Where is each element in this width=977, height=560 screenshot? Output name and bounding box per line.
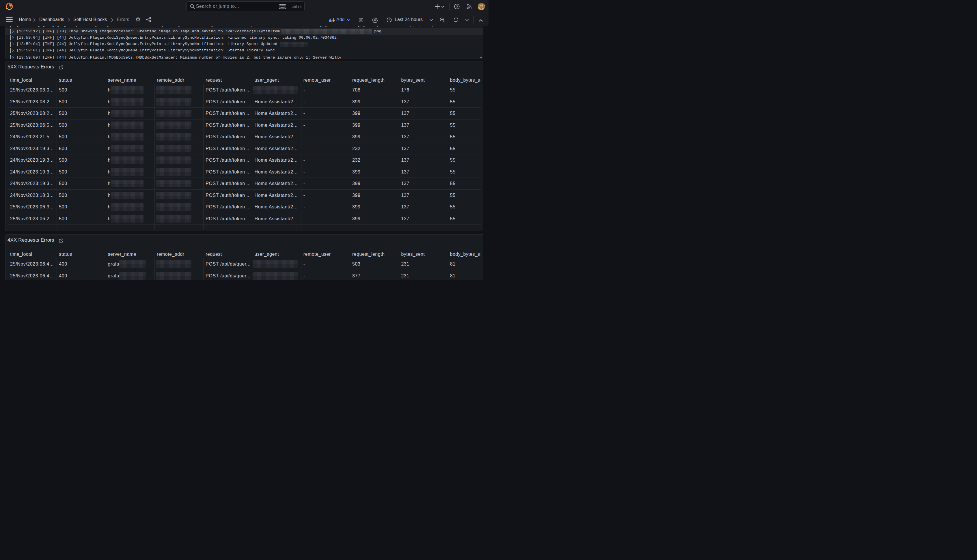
svg-text:?: ? <box>456 5 458 8</box>
